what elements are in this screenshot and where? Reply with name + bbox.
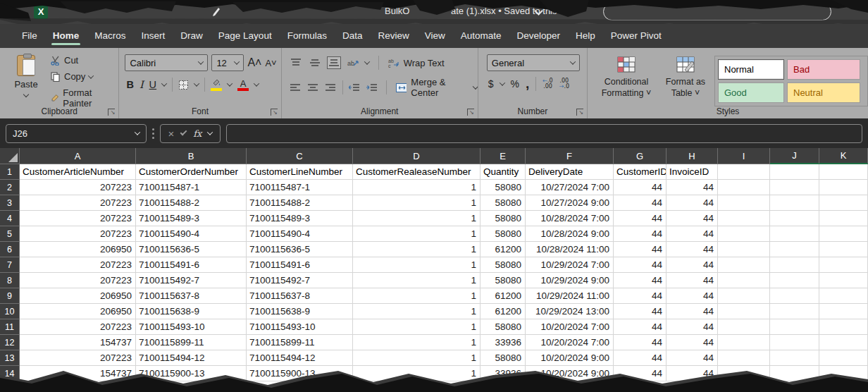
cell-C8[interactable]: 7100115492-7 bbox=[247, 273, 353, 288]
cell-G7[interactable]: 44 bbox=[614, 257, 666, 273]
cell-J13[interactable] bbox=[770, 350, 819, 366]
cell-D2[interactable]: 1 bbox=[353, 180, 480, 195]
cell-style-neutral[interactable]: Neutral bbox=[787, 82, 860, 103]
orientation-button[interactable]: ab bbox=[346, 56, 360, 69]
cell-A3[interactable]: 207223 bbox=[20, 195, 136, 211]
percent-style-button[interactable]: % bbox=[511, 78, 519, 90]
cell-C4[interactable]: 7100115489-3 bbox=[247, 211, 353, 226]
cell-I5[interactable] bbox=[718, 226, 770, 242]
cell-C14[interactable]: 7100115900-13 bbox=[247, 366, 353, 381]
tab-review[interactable]: Review bbox=[370, 25, 416, 47]
borders-icon[interactable] bbox=[178, 80, 189, 90]
cell-G10[interactable]: 44 bbox=[614, 304, 666, 319]
cell-D7[interactable]: 1 bbox=[353, 257, 480, 273]
tab-view[interactable]: View bbox=[417, 25, 453, 47]
cell-I4[interactable] bbox=[718, 211, 770, 226]
cell-I9[interactable] bbox=[718, 288, 770, 304]
cell-C9[interactable]: 7100115637-8 bbox=[247, 288, 353, 304]
cell-style-good[interactable]: Good bbox=[718, 82, 784, 103]
cell-H9[interactable]: 44 bbox=[666, 288, 718, 304]
row-header-5[interactable]: 5 bbox=[0, 226, 20, 242]
cell-B1[interactable]: CustomerOrderNumber bbox=[136, 164, 247, 180]
cell-K5[interactable] bbox=[819, 226, 868, 242]
column-header-G[interactable]: G bbox=[614, 148, 666, 164]
tab-draw[interactable]: Draw bbox=[173, 25, 211, 47]
cut-button[interactable]: Cut bbox=[48, 54, 118, 67]
cell-D3[interactable]: 1 bbox=[353, 195, 480, 211]
cell-B13[interactable]: 7100115494-12 bbox=[136, 350, 247, 366]
row-header-2[interactable]: 2 bbox=[0, 180, 20, 195]
row-header-14[interactable]: 14 bbox=[0, 366, 20, 381]
column-header-B[interactable]: B bbox=[136, 148, 247, 164]
increase-font-size-button[interactable]: A˄ bbox=[247, 56, 261, 69]
tab-page-layout[interactable]: Page Layout bbox=[211, 25, 280, 47]
cell-E5[interactable]: 58080 bbox=[480, 226, 526, 242]
cell-I6[interactable] bbox=[718, 242, 770, 257]
cell-G3[interactable]: 44 bbox=[614, 195, 666, 211]
cell-E11[interactable]: 58080 bbox=[480, 319, 526, 335]
cell-I12[interactable] bbox=[718, 335, 770, 350]
cell-I14[interactable] bbox=[718, 366, 770, 381]
fill-color-chevron-icon[interactable] bbox=[227, 80, 232, 86]
cell-G11[interactable]: 44 bbox=[614, 319, 666, 335]
tab-power-pivot[interactable]: Power Pivot bbox=[603, 25, 669, 47]
cell-A7[interactable]: 207223 bbox=[20, 257, 136, 273]
cell-D8[interactable]: 1 bbox=[353, 273, 480, 288]
copy-chevron-icon[interactable] bbox=[88, 73, 94, 78]
cell-style-normal[interactable]: Normal bbox=[718, 59, 784, 80]
cell-A5[interactable]: 207223 bbox=[20, 226, 136, 242]
row-header-11[interactable]: 11 bbox=[0, 319, 20, 335]
cell-E6[interactable]: 61200 bbox=[480, 242, 526, 257]
conditional-formatting-button[interactable]: Conditional Formatting ˅ bbox=[596, 56, 657, 106]
search-box[interactable] bbox=[603, 3, 831, 20]
select-all-button[interactable] bbox=[0, 148, 20, 164]
decrease-indent-button[interactable] bbox=[347, 81, 360, 94]
row-header-3[interactable]: 3 bbox=[0, 195, 20, 211]
cell-F9[interactable]: 10/29/2024 11:00 bbox=[526, 288, 614, 304]
number-dialog-launcher-icon[interactable]: ↘ bbox=[576, 109, 583, 116]
merge-center-button[interactable]: Merge & Center bbox=[396, 77, 478, 98]
cell-A14[interactable]: 154737 bbox=[20, 366, 136, 381]
cell-K9[interactable] bbox=[819, 288, 868, 304]
font-name-select[interactable]: Calibri bbox=[125, 54, 208, 71]
cell-F3[interactable]: 10/27/2024 9:00 bbox=[526, 195, 614, 211]
clipboard-dialog-launcher-icon[interactable]: ↘ bbox=[108, 109, 115, 116]
cell-G5[interactable]: 44 bbox=[614, 226, 666, 242]
cell-D6[interactable]: 1 bbox=[353, 242, 480, 257]
cell-E3[interactable]: 58080 bbox=[480, 195, 526, 211]
cell-F8[interactable]: 10/29/2024 9:00 bbox=[526, 273, 614, 288]
cell-J2[interactable] bbox=[770, 180, 819, 195]
cell-C1[interactable]: CustomerLineNumber bbox=[247, 164, 353, 180]
align-right-button[interactable] bbox=[324, 81, 337, 94]
cell-E4[interactable]: 58080 bbox=[480, 211, 526, 226]
cell-E10[interactable]: 61200 bbox=[480, 304, 526, 319]
row-header-12[interactable]: 12 bbox=[0, 335, 20, 350]
decrease-decimal-button[interactable]: .00→.0 bbox=[559, 78, 569, 90]
align-left-button[interactable] bbox=[289, 81, 302, 94]
align-middle-button[interactable] bbox=[308, 56, 322, 69]
column-header-E[interactable]: E bbox=[480, 148, 526, 164]
row-header-6[interactable]: 6 bbox=[0, 242, 20, 257]
cell-H2[interactable]: 44 bbox=[666, 180, 718, 195]
cell-K10[interactable] bbox=[819, 304, 868, 319]
accounting-format-button[interactable]: $ bbox=[488, 78, 494, 90]
name-box[interactable]: J26 bbox=[6, 124, 147, 143]
cell-E9[interactable]: 61200 bbox=[480, 288, 526, 304]
row-header-13[interactable]: 13 bbox=[0, 350, 20, 366]
cell-B2[interactable]: 7100115487-1 bbox=[136, 180, 247, 195]
fx-chevron-icon[interactable] bbox=[207, 129, 213, 135]
cell-B6[interactable]: 7100115636-5 bbox=[136, 242, 247, 257]
cell-B9[interactable]: 7100115637-8 bbox=[136, 288, 247, 304]
tab-developer[interactable]: Developer bbox=[509, 25, 569, 47]
cell-D4[interactable]: 1 bbox=[353, 211, 480, 226]
cell-B10[interactable]: 7100115638-9 bbox=[136, 304, 247, 319]
cell-H14[interactable]: 44 bbox=[666, 366, 718, 381]
cell-I7[interactable] bbox=[718, 257, 770, 273]
cell-A4[interactable]: 207223 bbox=[20, 211, 136, 226]
borders-chevron-icon[interactable] bbox=[194, 80, 199, 86]
tab-formulas[interactable]: Formulas bbox=[280, 25, 335, 47]
formula-input[interactable] bbox=[226, 124, 862, 143]
align-center-button[interactable] bbox=[306, 81, 319, 94]
cell-E7[interactable]: 58080 bbox=[480, 257, 526, 273]
cell-H5[interactable]: 44 bbox=[666, 226, 718, 242]
